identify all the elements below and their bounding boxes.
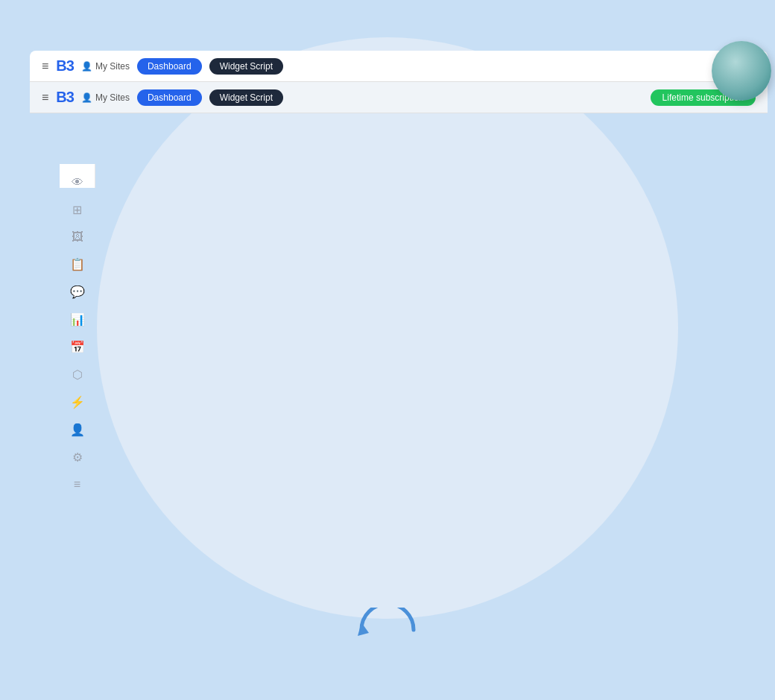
sidebar-icon-user[interactable]: 👤 — [69, 423, 86, 437]
browser-chrome: ≡ B3 👤 My Sites Dashboard Widget Script … — [30, 51, 768, 113]
nav-bar-1: ≡ B3 👤 My Sites Dashboard Widget Script — [30, 51, 768, 82]
sidebar-icon-image[interactable]: 🖼 — [69, 230, 86, 244]
hamburger-icon-1[interactable]: ≡ — [42, 60, 48, 73]
widget-script-btn-1[interactable]: Widget Script — [209, 58, 283, 75]
sidebar-icon-chart[interactable]: 📊 — [69, 312, 86, 327]
my-sites-link-1[interactable]: 👤 My Sites — [81, 61, 130, 72]
sidebar: 👁 ⊞ 🖼 📋 💬 📊 📅 ⬡ ⚡ 👤 ⚙ ≡ — [60, 164, 95, 188]
dashboard-btn-1[interactable]: Dashboard — [137, 58, 202, 75]
dashboard-btn-2[interactable]: Dashboard — [137, 89, 202, 106]
sidebar-icon-menu[interactable]: ≡ — [69, 478, 86, 491]
my-sites-link-2[interactable]: 👤 My Sites — [81, 92, 130, 103]
sidebar-icon-lightning[interactable]: ⚡ — [69, 395, 86, 409]
brand-logo-2: B3 — [56, 89, 74, 106]
sites-icon-1: 👤 — [81, 61, 92, 72]
widget-script-btn-2[interactable]: Widget Script — [209, 89, 283, 106]
sidebar-icon-clipboard[interactable]: 📋 — [69, 257, 86, 271]
sidebar-icon-hex[interactable]: ⬡ — [69, 368, 86, 382]
refresh-arrow-icon — [350, 608, 425, 652]
sidebar-icon-grid[interactable]: ⊞ — [69, 203, 86, 217]
nav-bar-2: ≡ B3 👤 My Sites Dashboard Widget Script … — [30, 82, 768, 113]
sites-icon-2: 👤 — [81, 92, 92, 103]
sidebar-icon-eye[interactable]: 👁 — [69, 176, 86, 189]
loading-arrow — [350, 608, 425, 655]
hamburger-icon-2[interactable]: ≡ — [42, 91, 48, 104]
sidebar-icon-calendar[interactable]: 📅 — [69, 340, 86, 354]
avatar — [712, 41, 771, 101]
brand-logo-1: B3 — [56, 57, 74, 75]
sidebar-icon-settings[interactable]: ⚙ — [69, 450, 86, 464]
sidebar-icon-chat[interactable]: 💬 — [69, 285, 86, 299]
